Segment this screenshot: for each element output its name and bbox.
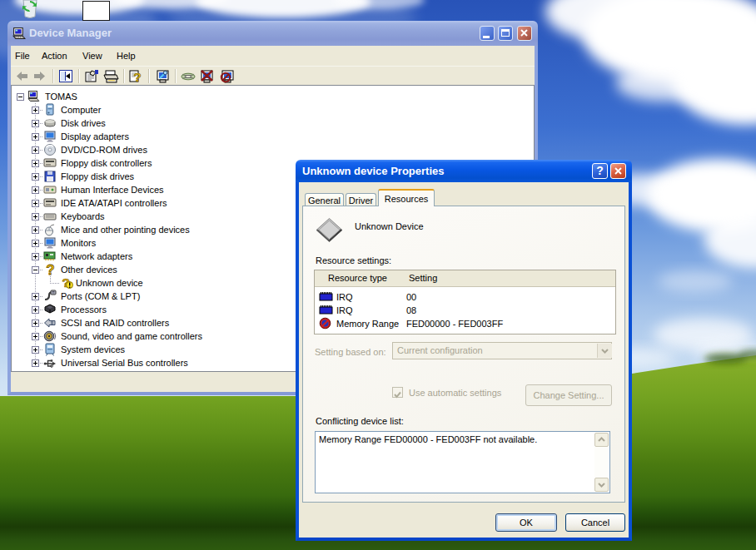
svg-text:?: ? (133, 70, 141, 83)
